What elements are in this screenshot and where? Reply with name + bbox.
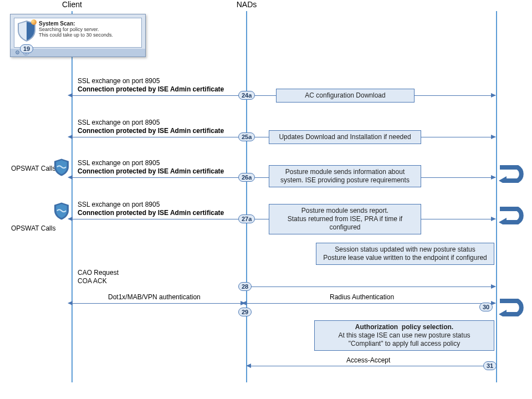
box-updates: Updates Download and Installation if nee… — [269, 130, 421, 144]
ssl-text-24a: SSL exchange on port 8905 Connection pro… — [78, 77, 224, 94]
svg-marker-1 — [499, 218, 507, 224]
auth-line2: At this stage ISE can use new posture st… — [320, 331, 488, 340]
step-badge-27a: 27a — [238, 214, 255, 223]
msg-coa-ack: COA ACK — [78, 277, 107, 285]
arrow-27a-head-r — [491, 217, 496, 221]
opswat-shield-icon-2 — [54, 202, 69, 220]
ssl-line2-26a: Connection protected by ISE Admin certif… — [78, 167, 224, 176]
opswat-shield-icon-1 — [54, 158, 69, 176]
scan-line1: Searching for policy server. — [39, 27, 138, 32]
arrow-26a-head-r — [491, 175, 496, 180]
box-posture-info: Posture module sends information about s… — [269, 165, 421, 187]
arrow-29-left — [72, 303, 245, 304]
system-scan-inner: System Scan: Searching for policy server… — [14, 18, 142, 48]
opswat-label-2: OPSWAT Calls — [11, 224, 55, 233]
arrow-29-right — [246, 303, 495, 304]
msg-radius: Radius Authentication — [330, 293, 394, 301]
ssl-line2-25a: Connection protected by ISE Admin certif… — [78, 127, 224, 135]
lifeline-nads — [246, 11, 247, 382]
ssl-line2-24a: Connection protected by ISE Admin certif… — [78, 85, 224, 94]
scan-status-dot-icon — [31, 19, 37, 25]
ssl-line1-27a: SSL exchange on port 8905 — [78, 201, 224, 209]
box-session-status: Session status updated with new posture … — [316, 243, 494, 265]
step-badge-24a: 24a — [238, 91, 255, 100]
step-badge-28: 28 — [238, 282, 252, 291]
loop-arrow-icon-30 — [499, 298, 524, 316]
svg-marker-0 — [499, 176, 507, 183]
gear-icon[interactable]: ⚙ — [14, 49, 21, 56]
step-badge-26a: 26a — [238, 173, 255, 182]
arrow-31-head-l — [246, 364, 251, 368]
ssl-line1-24a: SSL exchange on port 8905 — [78, 77, 224, 85]
ssl-line1-26a: SSL exchange on port 8905 — [78, 159, 224, 167]
arrow-29-left-head-l — [68, 301, 73, 305]
box-posture-report: Posture module sends report. Status retu… — [269, 204, 421, 234]
step-badge-31: 31 — [483, 361, 497, 370]
auth-title: Authorization policy selection. — [320, 323, 488, 331]
arrow-28-head-r — [491, 284, 496, 289]
loop-arrow-icon-26a — [499, 164, 524, 183]
arrow-31 — [250, 366, 495, 366]
arrow-24a-head-l — [68, 93, 73, 98]
scan-title: System Scan: — [39, 21, 138, 27]
opswat-label-1: OPSWAT Calls — [11, 165, 55, 173]
msg-access-accept: Access-Accept — [346, 356, 390, 365]
ssl-line2-27a: Connection protected by ISE Admin certif… — [78, 209, 224, 217]
arrow-24a-head-r — [491, 93, 496, 98]
ssl-text-26a: SSL exchange on port 8905 Connection pro… — [78, 159, 224, 176]
step-badge-30: 30 — [479, 303, 493, 311]
loop-arrow-icon-27a — [499, 206, 524, 224]
step-badge-25a: 25a — [238, 132, 255, 141]
box-authorization: Authorization policy selection. At this … — [314, 320, 494, 351]
svg-marker-2 — [499, 310, 507, 316]
arrow-28 — [246, 287, 495, 287]
auth-line3: "Compliant" to apply full access policy — [320, 340, 488, 348]
msg-dot1x: Dot1x/MAB/VPN authentication — [108, 293, 201, 301]
ssl-text-27a: SSL exchange on port 8905 Connection pro… — [78, 201, 224, 217]
lifeline-label-client: Client — [55, 0, 89, 9]
arrow-29-right-head-l — [242, 301, 247, 305]
ssl-text-25a: SSL exchange on port 8905 Connection pro… — [78, 119, 224, 135]
lifeline-client — [71, 11, 73, 382]
arrow-25a-head-r — [491, 135, 496, 139]
msg-cao-req: CAO Request — [78, 269, 119, 277]
lifeline-ise — [496, 11, 497, 382]
step-badge-29: 29 — [238, 308, 252, 316]
lifeline-label-nads: NADs — [230, 0, 263, 9]
ssl-line1-25a: SSL exchange on port 8905 — [78, 119, 224, 127]
arrow-25a-head-l — [68, 135, 73, 139]
step-badge-19: 19 — [20, 44, 33, 53]
scan-line2: This could take up to 30 seconds. — [39, 32, 138, 38]
box-ac-config: AC configuration Download — [276, 89, 415, 103]
